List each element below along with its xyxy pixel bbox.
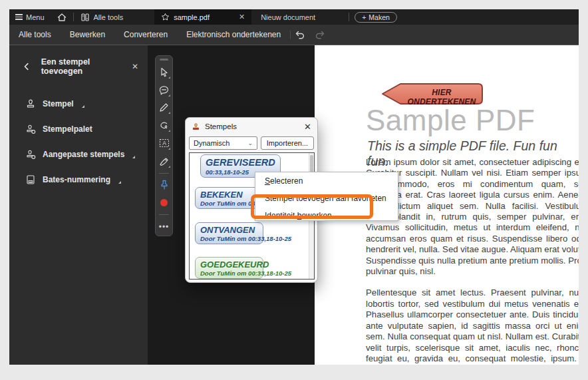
tools-panel-icon [80, 12, 90, 23]
document-title: Sample PDF [366, 104, 535, 137]
more-tools-button[interactable]: ••• [156, 218, 172, 236]
body-line: Phasellus ullamcorper consectetuer ante.… [366, 309, 579, 320]
sidebar-item-stempelpalet[interactable]: Stempelpalet [9, 118, 148, 140]
stamps-dialog-icon [192, 122, 200, 131]
dropdown-value: Dynamisch [194, 139, 229, 147]
body-line: Lorem ipsum dolor sit amet, consectetuer… [366, 157, 579, 168]
maken-label: Maken [368, 13, 390, 21]
toolbar-divider [290, 31, 291, 39]
draw-tool-button[interactable] [156, 99, 172, 117]
stamp-item-goedgekeurd[interactable]: GOEDGEKEURD Door TuMin om 00:33,18-10-25 [195, 257, 263, 279]
stamp-item-ontvangen[interactable]: ONTVANGEN Door TuMin om 00:33,18-10-25 [195, 222, 263, 244]
top-bar: Menu Alle tools sample.pdf ✕ Nieuw docum… [9, 9, 579, 25]
home-button[interactable] [51, 9, 73, 25]
body-line: Vivamus sollicitudin, metus ut interdum … [366, 222, 579, 233]
pencil-icon [159, 102, 169, 112]
submenu-indicator [168, 77, 170, 79]
hamburger-icon [15, 13, 23, 21]
menu-item-selecteren[interactable]: Selecteren [255, 172, 398, 190]
menu-label: Menu [26, 13, 45, 21]
dialog-title: Stempels [205, 122, 237, 130]
import-button[interactable]: Importeren... [261, 136, 314, 150]
toolbar-item-converteren[interactable]: Converteren [114, 30, 177, 39]
body-line: ante vulputate sapien, id sagittis massa… [366, 321, 579, 331]
stamp-palette-icon [25, 124, 36, 134]
body-line: velit turpis, scelerisque sit amet, iacu… [366, 343, 579, 353]
body-line: hendrerit vel, nulla. Sed vitae augue. A… [366, 244, 579, 255]
annotation-highlight-box [251, 194, 373, 219]
toolbar-divider [159, 214, 169, 215]
sidebar-item-label: Aangepaste stempels [43, 150, 124, 159]
submenu-indicator [132, 156, 135, 158]
lasso-icon [159, 120, 169, 130]
star-icon[interactable] [161, 13, 170, 21]
submenu-indicator [168, 166, 170, 168]
stamp-sidebar: Een stempel toevoegen ✕ Stempel Stempelp… [9, 45, 148, 365]
stamp-name: BEKEKEN [200, 190, 258, 200]
bates-numbering-icon: 123 [25, 174, 36, 185]
body-line: Pellentesque sit amet lectus. Praesent p… [366, 287, 579, 298]
tab-nieuw-document[interactable]: Nieuw document [251, 9, 349, 25]
sidebar-item-label: Stempelpalet [43, 124, 92, 134]
plus-icon: + [362, 13, 366, 21]
toolbar-item-elektronisch-ondertekenen[interactable]: Elektronisch ondertekenen [177, 30, 290, 39]
toolbar-item-bewerken[interactable]: Bewerken [61, 30, 114, 39]
stamp-detail: Door TuMin om 00:33,18-10-2 [200, 200, 258, 207]
tab-label: sample.pdf [174, 13, 210, 21]
sidebar-item-aangepaste-stempels[interactable]: Aangepaste stempels [9, 144, 148, 165]
back-chevron-icon[interactable] [23, 63, 31, 71]
menu-button[interactable]: Menu [9, 9, 51, 25]
body-line: Suspendisse quis nulla pretium ante pret… [366, 256, 579, 266]
tools-toolbar: Alle tools Bewerken Converteren Elektron… [9, 25, 579, 45]
cursor-icon [160, 67, 169, 77]
dialog-close-icon[interactable]: ✕ [304, 122, 311, 132]
mnemonic: S [265, 176, 270, 186]
select-tool-button[interactable] [156, 63, 172, 81]
submenu-indicator [168, 95, 170, 96]
custom-stamp-icon [25, 149, 36, 160]
tab-sample-pdf[interactable]: sample.pdf ✕ [154, 9, 251, 25]
svg-text:123: 123 [29, 180, 33, 183]
stamp-name: ONTVANGEN [200, 225, 258, 235]
stamp-name: GOEDGEKEURD [200, 260, 258, 270]
pin-stamp-tool-button[interactable] [156, 176, 172, 194]
red-dot-tool-button[interactable] [156, 194, 172, 212]
body-line: feugiat. Aenean pellentesque [366, 364, 579, 365]
toolbar-divider [159, 173, 169, 174]
body-line: feugiat eu, gravida eu, consequat molest… [366, 353, 579, 364]
toolbar-drag-handle[interactable] [160, 59, 168, 61]
sidebar-title: Een stempel toevoegen [41, 57, 132, 76]
body-line: pulvinar quis, nisl. [366, 266, 579, 277]
stamp-category-dropdown[interactable]: Dynamisch ⌄ [189, 136, 257, 150]
tab-close-icon[interactable]: ✕ [239, 13, 245, 21]
stamp-name: GEREVISEERD [206, 157, 275, 168]
toolbar-item-alle-tools[interactable]: Alle tools [9, 30, 61, 39]
home-icon [57, 12, 67, 23]
submenu-indicator [168, 148, 170, 150]
maken-button[interactable]: + Maken [355, 12, 397, 23]
sidebar-item-bates-nummering[interactable]: 123 Bates-nummering [9, 169, 148, 190]
lasso-tool-button[interactable] [156, 116, 172, 134]
undo-icon[interactable] [295, 30, 305, 39]
comment-tool-button[interactable] [156, 81, 172, 99]
stamp-detail: Door TuMin om 00:33,18-10-25 [200, 270, 258, 277]
redo-icon[interactable] [315, 30, 325, 39]
acrobat-window: Menu Alle tools sample.pdf ✕ Nieuw docum… [9, 9, 579, 365]
sidebar-item-label: Stempel [43, 99, 74, 108]
stamp-detail: Door TuMin om 00:33,18-10-25 [200, 235, 258, 242]
add-text-tool-button[interactable]: A [156, 134, 172, 152]
submenu-indicator [168, 112, 170, 114]
menu-item-label: electeren [270, 176, 303, 186]
submenu-indicator [168, 130, 170, 132]
dialog-titlebar[interactable]: Stempels ✕ [186, 118, 317, 135]
body-line: accumsan eros quam et risus. Suspendisse… [366, 234, 579, 244]
sidebar-close-icon[interactable]: ✕ [132, 62, 138, 71]
alle-tools-label: Alle tools [94, 13, 124, 21]
submenu-indicator [82, 105, 84, 108]
pushpin-icon [160, 180, 169, 190]
alle-tools-button[interactable]: Alle tools [74, 9, 130, 25]
sidebar-item-label: Bates-nummering [43, 175, 110, 184]
stamp-draw-tool-button[interactable] [156, 152, 172, 170]
sidebar-item-stempel[interactable]: Stempel [9, 93, 148, 114]
red-dot-icon [160, 199, 168, 206]
